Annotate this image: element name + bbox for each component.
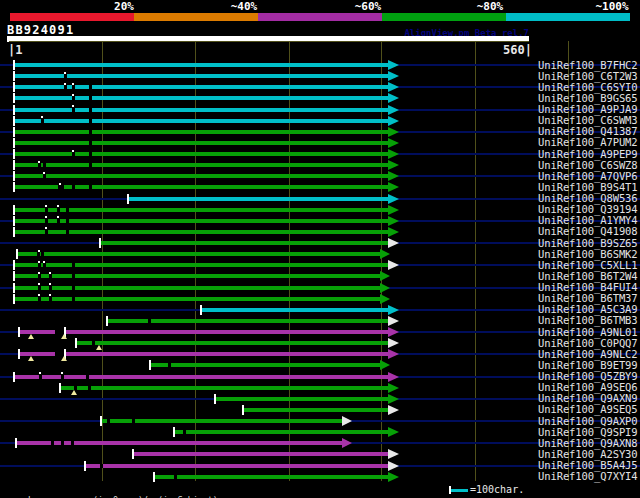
- query-gap-dot: [72, 105, 74, 107]
- hit-label[interactable]: UniRef100_A9PEP9: [538, 149, 638, 160]
- segment-start-tick: [149, 360, 151, 370]
- subject-gap-mark: [61, 441, 64, 445]
- alignment-bar: [100, 241, 388, 245]
- hit-label[interactable]: UniRef100_Q9SPI9: [538, 427, 638, 438]
- segment-start-tick: [13, 127, 15, 137]
- alignment-row[interactable]: UniRef100_Q9SPI9: [0, 427, 640, 438]
- query-gap-dot: [45, 205, 47, 207]
- alignment-row[interactable]: UniRef100_B7FHC2: [0, 60, 640, 71]
- query-id-title: BB924091: [7, 23, 74, 37]
- query-gap-dot: [61, 372, 63, 374]
- segment-start-tick: [100, 416, 102, 426]
- subject-gap-mark: [41, 252, 44, 256]
- alignment-bar: [133, 452, 388, 456]
- alignment-arrowhead-icon: [388, 194, 399, 204]
- alignment-row[interactable]: UniRef100_A9PEP9: [0, 149, 640, 160]
- query-gap-dot: [49, 272, 51, 274]
- subject-gap-mark: [45, 230, 48, 234]
- subject-gap-mark: [49, 286, 52, 290]
- alignment-row[interactable]: UniRef100_B9SZ65: [0, 238, 640, 249]
- alignview-screen: 20%~40%~60%~80%~100% BB924091 AlignView.…: [0, 0, 640, 498]
- alignment-bar: [14, 174, 388, 178]
- hit-label[interactable]: UniRef100_C6SWZ8: [538, 160, 638, 171]
- hit-label[interactable]: UniRef100_B7FHC2: [538, 60, 638, 71]
- segment-start-tick: [13, 216, 15, 226]
- alignment-bar: [154, 475, 388, 479]
- alignment-bar: [128, 197, 388, 201]
- hit-label[interactable]: UniRef100_A7PUM2: [538, 137, 638, 148]
- scale-segment-80: [382, 13, 506, 21]
- subject-gap-mark: [61, 375, 64, 379]
- alignment-bar: [14, 96, 388, 100]
- segment-start-tick: [18, 349, 20, 359]
- subject-gap-mark: [66, 208, 69, 212]
- subject-gap-mark: [38, 297, 41, 301]
- alignment-row[interactable]: UniRef100_Q7XYI4: [0, 471, 640, 482]
- query-gap-dot: [38, 272, 40, 274]
- segment-start-tick: [15, 438, 17, 448]
- subject-gap-mark: [89, 163, 92, 167]
- hit-label[interactable]: UniRef100_Q9AXP0: [538, 416, 638, 427]
- segment-start-tick: [13, 372, 15, 382]
- segment-start-tick: [13, 271, 15, 281]
- query-gap-dot: [38, 261, 40, 263]
- alignment-bar: [14, 74, 388, 78]
- alignment-arrowhead-icon: [342, 416, 352, 426]
- segment-start-tick: [127, 194, 129, 204]
- query-gap-dot: [72, 94, 74, 96]
- scale-segment-20: [10, 13, 134, 21]
- subject-gap-mark: [43, 174, 46, 178]
- hit-label[interactable]: UniRef100_Q41908: [538, 226, 638, 237]
- alignment-row[interactable]: UniRef100_C6T2W3: [0, 71, 640, 82]
- alignment-arrowhead-icon: [388, 472, 399, 482]
- alignment-arrowhead-icon: [388, 305, 399, 315]
- alignment-row[interactable]: UniRef100_A7PUM2: [0, 137, 640, 148]
- hit-label[interactable]: UniRef100_C0PQQ7: [538, 338, 638, 349]
- subject-gap-mark: [72, 286, 75, 290]
- subject-gap-mark: [71, 441, 74, 445]
- alignment-row[interactable]: UniRef100_C0PQQ7: [0, 338, 640, 349]
- alignment-bar: [107, 319, 388, 323]
- subject-gap-mark: [72, 274, 75, 278]
- alignment-arrowhead-icon: [388, 93, 399, 103]
- hit-label[interactable]: UniRef100_B9SZ65: [538, 238, 638, 249]
- alignment-bar: [101, 419, 342, 423]
- alignment-row[interactable]: UniRef100_Q9AXP0: [0, 416, 640, 427]
- subject-gap-mark: [38, 274, 41, 278]
- subject-gap-mark: [72, 263, 75, 267]
- query-gap-dot: [49, 283, 51, 285]
- query-gap-dot: [72, 83, 74, 85]
- scale-segment-100: [506, 13, 630, 21]
- alignment-row[interactable]: UniRef100_B6TMB3: [0, 315, 640, 326]
- hit-label[interactable]: UniRef100_B6SMK2: [538, 249, 638, 260]
- subject-gap-mark: [88, 386, 91, 390]
- alignment-bar: [14, 208, 388, 212]
- alignment-bar: [14, 85, 388, 89]
- alignment-bar: [85, 464, 388, 468]
- segment-start-tick: [99, 238, 101, 248]
- hit-label[interactable]: UniRef100_Q7XYI4: [538, 471, 638, 482]
- segment-start-tick: [214, 394, 216, 404]
- alignment-arrowhead-icon: [388, 116, 399, 126]
- query-gap-dot: [49, 294, 51, 296]
- segment-start-tick: [13, 149, 15, 159]
- hit-label[interactable]: UniRef100_B6TMB3: [538, 315, 638, 326]
- hit-label[interactable]: UniRef100_A9SEQ5: [538, 404, 638, 415]
- alignment-arrowhead-icon: [388, 171, 399, 181]
- query-gap-dot: [59, 183, 61, 185]
- segment-start-tick: [13, 116, 15, 126]
- segment-start-tick: [13, 283, 15, 293]
- alignment-row[interactable]: UniRef100_A9SEQ5: [0, 404, 640, 415]
- hit-label[interactable]: UniRef100_C6T2W3: [538, 71, 638, 82]
- segment-start-tick: [200, 305, 202, 315]
- legend-scale-bar: [451, 489, 468, 492]
- alignment-bar: [60, 386, 388, 390]
- subject-gap-mark: [89, 96, 92, 100]
- hit-label[interactable]: UniRef100_A9NL01: [538, 327, 638, 338]
- alignment-row[interactable]: UniRef100_B6SMK2: [0, 249, 640, 260]
- segment-start-tick: [13, 227, 15, 237]
- alignment-row[interactable]: UniRef100_A9NL01: [0, 327, 640, 338]
- alignment-bar: [14, 63, 388, 67]
- alignment-row[interactable]: UniRef100_C6SWZ8: [0, 160, 640, 171]
- alignment-row[interactable]: UniRef100_Q41908: [0, 226, 640, 237]
